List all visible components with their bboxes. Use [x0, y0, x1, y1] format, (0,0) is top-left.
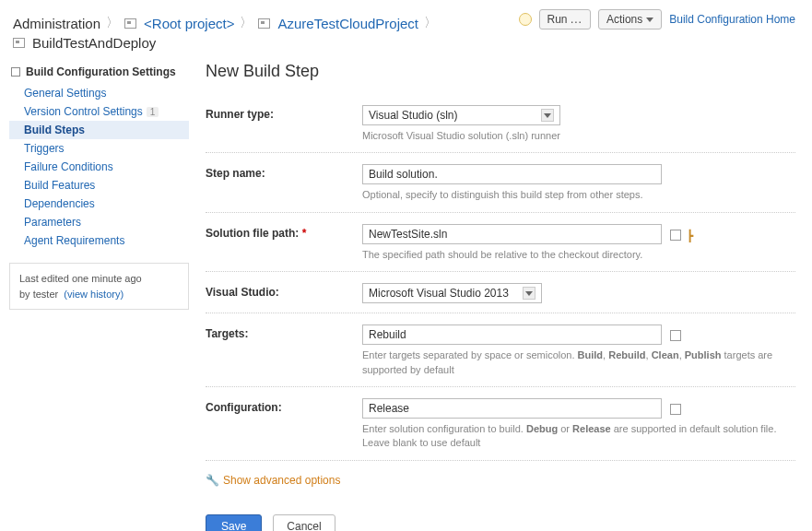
settings-icon: [11, 67, 20, 77]
runner-type-select[interactable]: Visual Studio (sln): [362, 105, 560, 125]
show-advanced-link[interactable]: Show advanced options: [223, 474, 340, 487]
breadcrumb-admin[interactable]: Administration: [13, 16, 100, 31]
actions-button[interactable]: Actions: [598, 9, 662, 30]
sidebar-item-label: Version Control Settings: [24, 105, 143, 118]
runner-type-label: Runner type:: [206, 105, 362, 121]
build-config-home-link[interactable]: Build Configuration Home: [669, 13, 795, 26]
run-dots-icon: ...: [571, 13, 583, 26]
edited-prefix: Last edited: [19, 273, 72, 284]
solution-path-input[interactable]: [362, 224, 662, 244]
edit-icon[interactable]: [670, 404, 681, 415]
configuration-input[interactable]: [362, 398, 662, 419]
visual-studio-label: Visual Studio:: [206, 283, 362, 299]
sidebar-item-label: Dependencies: [24, 197, 95, 210]
sidebar-item-general[interactable]: General Settings: [9, 84, 189, 102]
select-caret-icon: [541, 109, 554, 122]
visual-studio-select[interactable]: Microsoft Visual Studio 2013: [362, 283, 542, 303]
sidebar-item-failure[interactable]: Failure Conditions: [9, 158, 189, 176]
run-label: Run: [547, 13, 568, 26]
last-edited-box: Last edited one minute ago by tester (vi…: [9, 263, 189, 310]
runner-type-hint: Microsoft Visual Studio solution (.sln) …: [362, 129, 795, 143]
sidebar-item-label: Failure Conditions: [24, 160, 113, 173]
view-history-link[interactable]: (view history): [64, 289, 124, 300]
sidebar-item-label: Build Features: [24, 179, 95, 192]
sidebar-heading-label: Build Configuration Settings: [26, 65, 176, 78]
edited-by-prefix: by: [19, 289, 33, 300]
project-icon: [124, 18, 136, 29]
configuration-hint: Enter solution configuration to build. D…: [362, 422, 795, 451]
visual-studio-value: Microsoft Visual Studio 2013: [369, 287, 509, 300]
page-title: New Build Step: [206, 62, 795, 81]
targets-input[interactable]: [362, 324, 662, 345]
step-name-input[interactable]: [362, 164, 662, 184]
configuration-label: Configuration:: [206, 398, 362, 414]
sidebar-item-label: General Settings: [24, 87, 106, 100]
tree-picker-icon[interactable]: [687, 230, 700, 241]
targets-hint: Enter targets separated by space or semi…: [362, 348, 795, 377]
solution-path-label: Solution file path: *: [206, 224, 362, 240]
edited-by: tester: [33, 289, 59, 300]
chevron-right-icon: 〉: [240, 15, 253, 31]
breadcrumb-config: BuildTestAndDeploy: [32, 35, 156, 51]
sidebar-item-agent-req[interactable]: Agent Requirements: [9, 231, 189, 250]
step-name-label: Step name:: [206, 164, 362, 180]
chevron-right-icon: 〉: [424, 15, 437, 31]
sidebar-item-triggers[interactable]: Triggers: [9, 139, 189, 158]
project-icon: [258, 18, 270, 29]
required-asterisk: *: [302, 227, 307, 240]
breadcrumb-project[interactable]: AzureTestCloudProject: [277, 16, 418, 31]
solution-path-label-text: Solution file path:: [206, 227, 299, 240]
sidebar-heading: Build Configuration Settings: [9, 62, 189, 84]
vcs-picker-icon[interactable]: [670, 230, 681, 241]
run-button[interactable]: Run ...: [539, 9, 591, 30]
sidebar-item-features[interactable]: Build Features: [9, 176, 189, 195]
runner-type-value: Visual Studio (sln): [369, 109, 458, 122]
breadcrumb-root[interactable]: <Root project>: [144, 16, 234, 31]
sidebar-item-label: Agent Requirements: [24, 234, 124, 247]
edit-icon[interactable]: [670, 330, 681, 341]
chevron-right-icon: 〉: [106, 15, 119, 31]
sidebar-item-label: Parameters: [24, 216, 81, 229]
vcs-count-badge: 1: [147, 107, 159, 117]
edited-when: one minute ago: [72, 273, 142, 284]
sidebar-item-build-steps[interactable]: Build Steps: [9, 121, 189, 139]
step-name-hint: Optional, specify to distinguish this bu…: [362, 188, 795, 202]
dropdown-caret-icon: [642, 13, 653, 26]
sidebar-item-dependencies[interactable]: Dependencies: [9, 195, 189, 213]
targets-label: Targets:: [206, 324, 362, 340]
wrench-icon: 🔧: [206, 474, 219, 487]
sidebar-item-label: Triggers: [24, 142, 65, 155]
save-button[interactable]: Save: [206, 514, 262, 531]
cancel-button[interactable]: Cancel: [273, 514, 335, 531]
sidebar-item-vcs[interactable]: Version Control Settings1: [9, 102, 189, 121]
solution-path-hint: The specified path should be relative to…: [362, 248, 795, 262]
actions-label: Actions: [606, 13, 642, 26]
select-caret-icon: [523, 287, 535, 300]
hint-bulb-icon[interactable]: [519, 13, 532, 26]
sidebar-item-parameters[interactable]: Parameters: [9, 213, 189, 231]
sidebar-item-label: Build Steps: [24, 124, 85, 136]
build-config-icon: [13, 38, 25, 48]
